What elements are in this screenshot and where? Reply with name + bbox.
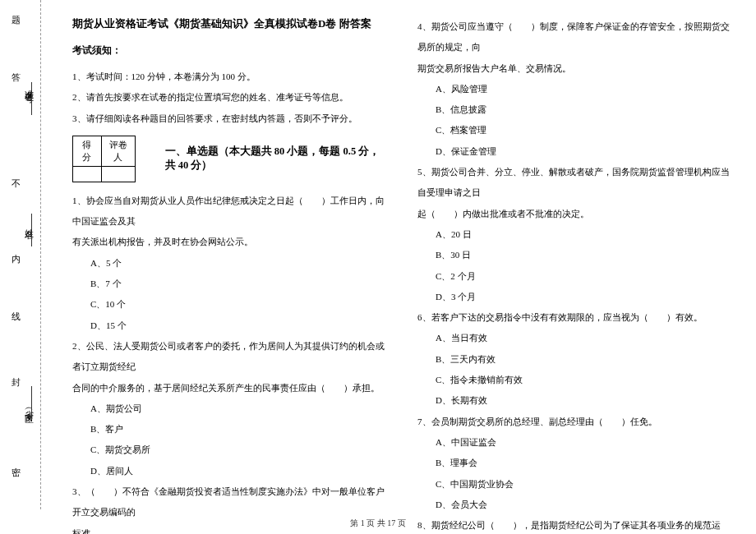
q7-opt-a: A、中国证监会	[417, 432, 733, 453]
notice-3: 3、请仔细阅读各种题目的回答要求，在密封线内答题，否则不予评分。	[72, 108, 388, 129]
q6-opt-b: B、三天内有效	[417, 349, 733, 370]
q6-opt-d: D、长期有效	[417, 390, 733, 411]
right-column: 4、期货公司应当遵守（ ）制度，保障客户保证金的存管安全，按照期货交易所的规定，…	[403, 16, 748, 534]
q1-stem-2: 有关派出机构报告，并及时在协会网站公示。	[72, 232, 388, 252]
q1-opt-a: A、5 个	[72, 253, 388, 274]
notice-header: 考试须知：	[72, 44, 388, 57]
q5-stem-2: 起（ ）内做出批准或者不批准的决定。	[417, 204, 733, 224]
mark-ti: 题	[10, 8, 22, 13]
q6-stem: 6、若客户下达的交易指令中没有有效期限的，应当视为（ ）有效。	[417, 307, 733, 328]
line-ticket	[31, 82, 32, 115]
page-footer: 第 1 页 共 17 页	[0, 518, 756, 529]
score-section: 得分 评卷人 一、单选题（本大题共 80 小题，每题 0.5 分，共 40 分）	[72, 136, 388, 182]
mark-da: 答	[10, 66, 22, 71]
score-blank-1	[73, 166, 102, 182]
section-1-header: 一、单选题（本大题共 80 小题，每题 0.5 分，共 40 分）	[165, 145, 388, 173]
q4-opt-b: B、信息披露	[417, 99, 733, 120]
q7-opt-b: B、理事会	[417, 453, 733, 473]
left-column: 期货从业资格证考试《期货基础知识》全真模拟试卷D卷 附答案 考试须知： 1、考试…	[58, 16, 403, 534]
q2-opt-b: B、客户	[72, 419, 388, 440]
q7-opt-d: D、会员大会	[417, 495, 733, 515]
binding-sidebar: 题 准考证号 答 不 姓名 内 线 封 省（市区） 密	[0, 0, 41, 509]
q6-opt-a: A、当日有效	[417, 328, 733, 348]
label-zone: 省（市区）	[23, 403, 35, 411]
q1-opt-d: D、15 个	[72, 315, 388, 336]
mark-feng: 封	[10, 370, 22, 375]
q7-stem: 7、会员制期货交易所的总经理、副总经理由（ ）任免。	[417, 412, 733, 432]
mark-bu: 不	[10, 173, 22, 177]
q1-opt-c: C、10 个	[72, 294, 388, 315]
score-col-1: 得分	[73, 136, 102, 166]
q5-opt-c: C、2 个月	[417, 266, 733, 287]
line-zone	[31, 386, 32, 419]
q5-opt-b: B、30 日	[417, 245, 733, 265]
notice-1: 1、考试时间：120 分钟，本卷满分为 100 分。	[72, 67, 388, 87]
q5-opt-a: A、20 日	[417, 224, 733, 245]
label-name: 姓名	[23, 222, 35, 225]
q4-opt-c: C、档案管理	[417, 120, 733, 140]
mark-xian: 线	[10, 304, 22, 309]
score-col-2: 评卷人	[101, 136, 135, 166]
q4-stem-2: 期货交易所报告大户名单、交易情况。	[417, 58, 733, 79]
content-area: 期货从业资格证考试《期货基础知识》全真模拟试卷D卷 附答案 考试须知： 1、考试…	[41, 0, 756, 534]
q4-opt-a: A、风险管理	[417, 79, 733, 99]
q2-stem-2: 合同的中介服务的，基于居间经纪关系所产生的民事责任应由（ ）承担。	[72, 378, 388, 398]
q6-opt-c: C、指令未撤销前有效	[417, 370, 733, 390]
mark-mi: 密	[10, 460, 22, 465]
q2-opt-d: D、居间人	[72, 461, 388, 481]
q2-opt-c: C、期货交易所	[72, 440, 388, 460]
q1-stem-1: 1、协会应当自对期货从业人员作出纪律惩戒决定之日起（ ）工作日内，向中国证监会及…	[72, 191, 388, 232]
q4-opt-d: D、保证金管理	[417, 141, 733, 162]
q1-opt-b: B、7 个	[72, 274, 388, 294]
notice-2: 2、请首先按要求在试卷的指定位置填写您的姓名、准考证号等信息。	[72, 87, 388, 108]
q5-stem-1: 5、期货公司合并、分立、停业、解散或者破产，国务院期货监督管理机构应当自受理申请…	[417, 162, 733, 204]
exam-title: 期货从业资格证考试《期货基础知识》全真模拟试卷D卷 附答案	[72, 16, 388, 31]
line-name	[31, 214, 32, 246]
q7-opt-c: C、中国期货业协会	[417, 474, 733, 495]
q2-opt-a: A、期货公司	[72, 398, 388, 419]
label-ticket: 准考证号	[23, 82, 35, 89]
q5-opt-d: D、3 个月	[417, 287, 733, 307]
score-blank-2	[101, 166, 135, 182]
score-table: 得分 评卷人	[72, 136, 136, 182]
q4-stem-1: 4、期货公司应当遵守（ ）制度，保障客户保证金的存管安全，按照期货交易所的规定，…	[417, 16, 733, 58]
mark-nei: 内	[10, 246, 22, 251]
q2-stem-1: 2、公民、法人受期货公司或者客户的委托，作为居间人为其提供订约的机会或者订立期货…	[72, 336, 388, 378]
